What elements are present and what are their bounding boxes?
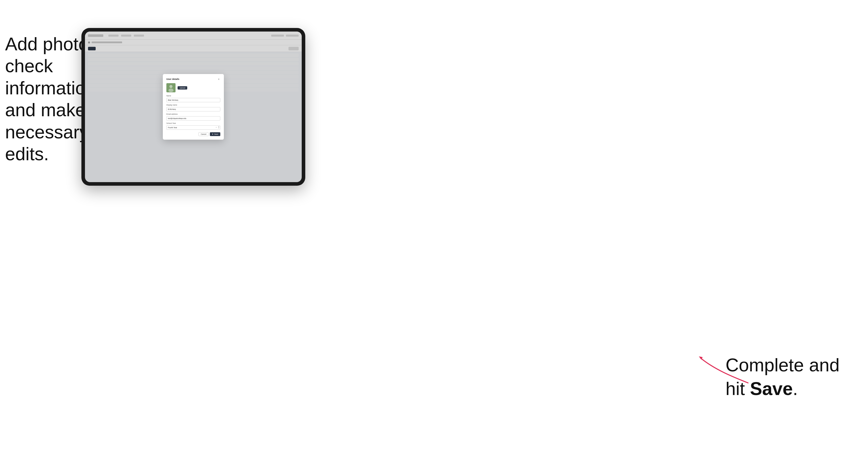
tablet-frame: User details × — [82, 28, 305, 186]
email-label: Email address — [166, 113, 220, 115]
tablet-screen: User details × — [85, 32, 302, 182]
email-input[interactable] — [166, 116, 220, 121]
modal-footer: Cancel ⬆ Save — [166, 132, 220, 136]
upload-photo-button[interactable]: Upload — [178, 86, 187, 90]
school-year-label: School Year — [166, 122, 220, 124]
spinner-arrows-icon[interactable]: ▲ ▼ — [218, 126, 220, 129]
display-name-field-group: Display name — [166, 104, 220, 112]
annotation-right-end: . — [793, 378, 798, 399]
save-label: Save — [214, 133, 218, 135]
display-name-label: Display name — [166, 104, 220, 106]
name-label: Name — [166, 95, 220, 97]
cancel-button[interactable]: Cancel — [198, 132, 209, 136]
school-year-input-wrapper: × ▲ ▼ — [166, 125, 220, 130]
save-icon: ⬆ — [212, 133, 213, 135]
clear-icon[interactable]: × — [216, 126, 217, 128]
email-field-group: Email address — [166, 113, 220, 121]
annotation-right-bold: Save — [750, 378, 793, 399]
person-silhouette — [166, 83, 176, 92]
name-field-group: Name — [166, 95, 220, 102]
annotation-right: Complete and hit Save. — [725, 353, 848, 401]
display-name-input[interactable] — [166, 107, 220, 112]
photo-section: Upload — [166, 83, 220, 92]
modal-overlay: User details × — [85, 32, 302, 182]
photo-thumbnail — [166, 83, 176, 92]
svg-point-4 — [168, 89, 174, 92]
modal-header: User details × — [166, 77, 220, 81]
photo-image — [166, 83, 176, 92]
school-year-input[interactable] — [166, 125, 220, 130]
name-input[interactable] — [166, 98, 220, 102]
save-button[interactable]: ⬆ Save — [210, 132, 220, 136]
svg-point-3 — [169, 85, 173, 88]
close-icon[interactable]: × — [217, 77, 220, 81]
user-details-modal: User details × — [163, 74, 224, 139]
svg-marker-1 — [699, 356, 703, 360]
school-year-field-group: School Year × ▲ ▼ — [166, 122, 220, 130]
modal-title: User details — [166, 78, 179, 81]
